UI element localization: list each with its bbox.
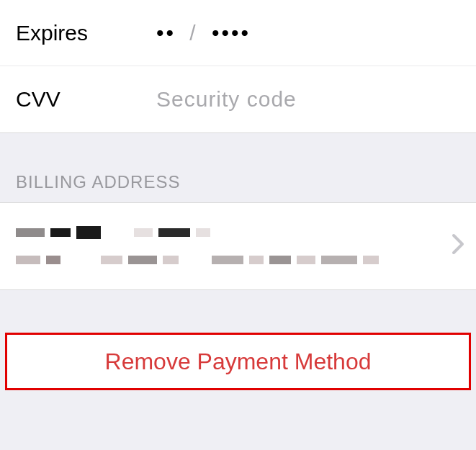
expires-separator: / [189, 21, 197, 45]
cvv-label: CVV [16, 87, 156, 112]
chevron-right-icon [452, 233, 469, 260]
expires-month-mask: •• [156, 21, 176, 45]
cvv-input[interactable] [156, 87, 460, 112]
expires-year-mask: •••• [212, 21, 251, 45]
address-line-2-redacted [16, 254, 452, 266]
spacer [0, 290, 476, 333]
cvv-row[interactable]: CVV [0, 66, 476, 132]
remove-payment-method-button[interactable]: Remove Payment Method [6, 333, 470, 390]
expires-label: Expires [16, 21, 156, 45]
address-line-1-redacted [16, 227, 452, 238]
expires-row[interactable]: Expires •• / •••• [0, 0, 476, 66]
remove-highlight-box: Remove Payment Method [6, 333, 470, 390]
billing-address-header: BILLING ADDRESS [0, 133, 476, 202]
expires-value[interactable]: •• / •••• [156, 21, 460, 45]
billing-address-content [16, 227, 452, 266]
billing-address-group [0, 202, 476, 290]
billing-address-row[interactable] [0, 203, 476, 289]
card-fields-group: Expires •• / •••• CVV [0, 0, 476, 133]
